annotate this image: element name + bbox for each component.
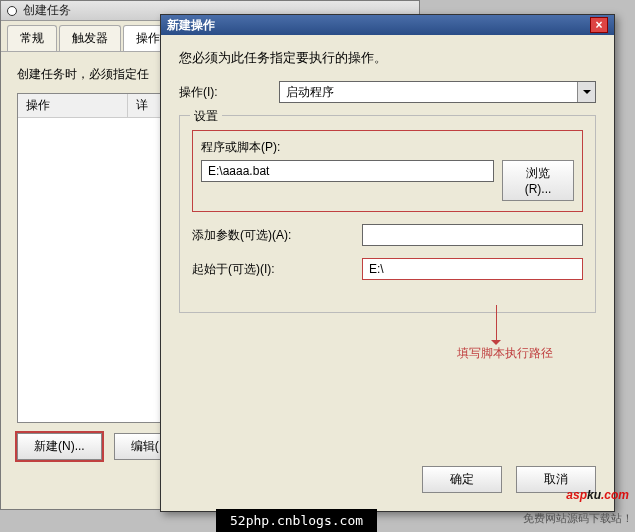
wm-part1: asp bbox=[566, 488, 587, 502]
app-icon bbox=[7, 6, 17, 16]
settings-fieldset: 设置 程序或脚本(P): 浏览(R)... 添加参数(可选)(A): 起始于(可… bbox=[179, 115, 596, 313]
ok-button[interactable]: 确定 bbox=[422, 466, 502, 493]
action-row: 操作(I): 启动程序 bbox=[179, 81, 596, 103]
script-label: 程序或脚本(P): bbox=[201, 139, 574, 156]
script-group: 程序或脚本(P): 浏览(R)... bbox=[192, 130, 583, 212]
args-row: 添加参数(可选)(A): bbox=[192, 224, 583, 246]
wm-part2: ku bbox=[587, 488, 601, 502]
browse-button[interactable]: 浏览(R)... bbox=[502, 160, 574, 201]
blog-watermark: 52php.cnblogs.com bbox=[216, 509, 377, 532]
action-combo[interactable]: 启动程序 bbox=[279, 81, 596, 103]
settings-legend: 设置 bbox=[190, 108, 222, 125]
annotation-text: 填写脚本执行路径 bbox=[457, 345, 553, 362]
args-input[interactable] bbox=[362, 224, 583, 246]
chevron-down-icon[interactable] bbox=[577, 82, 595, 102]
col-action: 操作 bbox=[18, 94, 128, 117]
site-watermark: aspku.com bbox=[566, 475, 629, 506]
site-slogan: 免费网站源码下载站！ bbox=[523, 511, 633, 526]
dialog-prompt: 您必须为此任务指定要执行的操作。 bbox=[179, 49, 596, 67]
tab-triggers[interactable]: 触发器 bbox=[59, 25, 121, 51]
startin-label: 起始于(可选)(I): bbox=[192, 261, 362, 278]
action-combo-value: 启动程序 bbox=[280, 82, 577, 102]
dialog-title: 新建操作 bbox=[167, 17, 215, 34]
tab-general[interactable]: 常规 bbox=[7, 25, 57, 51]
new-button[interactable]: 新建(N)... bbox=[17, 433, 102, 460]
action-label: 操作(I): bbox=[179, 84, 279, 101]
close-icon[interactable]: × bbox=[590, 17, 608, 33]
startin-row: 起始于(可选)(I): bbox=[192, 258, 583, 280]
script-path-input[interactable] bbox=[201, 160, 494, 182]
args-label: 添加参数(可选)(A): bbox=[192, 227, 362, 244]
new-action-dialog: 新建操作 × 您必须为此任务指定要执行的操作。 操作(I): 启动程序 设置 程… bbox=[160, 14, 615, 512]
dialog-titlebar: 新建操作 × bbox=[161, 15, 614, 35]
wm-part3: .com bbox=[601, 488, 629, 502]
startin-input[interactable] bbox=[362, 258, 583, 280]
dialog-body: 您必须为此任务指定要执行的操作。 操作(I): 启动程序 设置 程序或脚本(P)… bbox=[161, 35, 614, 327]
window-title: 创建任务 bbox=[23, 2, 71, 19]
